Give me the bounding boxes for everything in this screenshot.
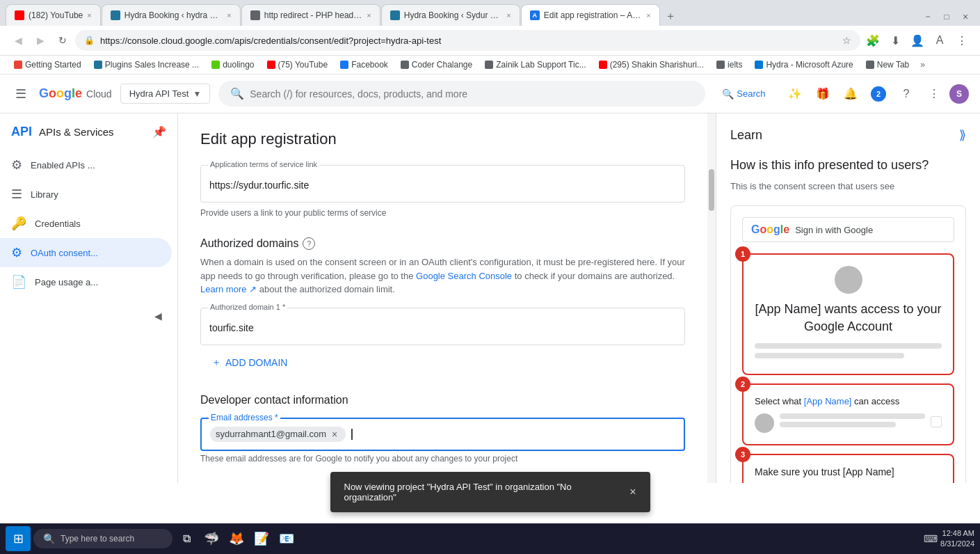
bm-favicon — [14, 61, 22, 69]
browser-tab-youtube[interactable]: (182) YouTube × — [6, 4, 101, 26]
project-selector[interactable]: Hydra API Test ▼ — [120, 84, 211, 104]
sidebar-header: API APIs & Services 📌 — [0, 119, 177, 150]
bm-favicon — [599, 61, 607, 69]
snackbar-close-button[interactable]: × — [629, 486, 636, 498]
notifications-icon[interactable]: 🔔 — [838, 81, 863, 106]
minimize-button[interactable]: － — [919, 8, 937, 26]
bookmark-star-icon[interactable]: ☆ — [842, 35, 851, 46]
profile-icon[interactable]: 👤 — [908, 31, 927, 50]
translate-icon[interactable]: A — [930, 31, 949, 50]
taskbar-task-view[interactable]: ⧉ — [175, 528, 198, 550]
hamburger-menu[interactable]: ☰ — [11, 84, 31, 104]
taskbar-browser-icon[interactable]: 🦈 — [200, 528, 223, 550]
forward-button[interactable]: ▶ — [31, 31, 50, 50]
placeholder-line — [780, 413, 925, 419]
add-domain-button[interactable]: ＋ ADD DOMAIN — [200, 351, 298, 374]
bookmark-getting-started[interactable]: Getting Started — [8, 58, 87, 72]
content-inner: Edit app registration Application terms … — [178, 113, 707, 483]
extensions-icon[interactable]: 🧩 — [863, 31, 883, 50]
start-button[interactable]: ⊞ — [6, 526, 31, 551]
bookmark-facebook[interactable]: Facebook — [335, 58, 394, 72]
bookmark-shakin[interactable]: (295) Shakin Sharishuri... — [593, 58, 709, 72]
bookmark-coder-chalange[interactable]: Coder Chalange — [395, 58, 478, 72]
sidebar-item-enabled-apis[interactable]: ⚙ Enabled APIs ... — [0, 150, 172, 180]
cloud-shell-icon[interactable]: 2 — [866, 81, 891, 106]
gift-icon[interactable]: 🎁 — [810, 81, 835, 106]
address-bar[interactable]: 🔒 https://console.cloud.google.com/apis/… — [75, 30, 860, 51]
sidebar-item-oauth-consent[interactable]: ⚙ OAuth consent... — [0, 238, 172, 267]
email-chip-text: sydurrahmant1@gmail.com — [216, 429, 326, 439]
global-search-bar[interactable]: 🔍 — [218, 81, 705, 106]
reload-button[interactable]: ↻ — [53, 31, 72, 50]
credentials-icon: 🔑 — [11, 216, 26, 231]
learn-description: This is the consent screen that users se… — [730, 181, 966, 191]
maximize-button[interactable]: □ — [938, 8, 956, 26]
more-bookmarks-button[interactable]: » — [916, 58, 929, 72]
learn-header: Learn ⟫ — [730, 127, 966, 143]
pin-icon[interactable]: 📌 — [152, 125, 166, 138]
close-window-button[interactable]: × — [956, 8, 974, 26]
taskbar-email-icon[interactable]: 📧 — [275, 528, 298, 550]
learn-more-link[interactable]: Learn more ↗ — [200, 284, 257, 294]
taskbar-vscode-icon[interactable]: 📝 — [250, 528, 273, 550]
bookmark-newtab[interactable]: New Tab — [860, 58, 915, 72]
project-name: Hydra API Test — [129, 88, 189, 99]
placeholder-line — [780, 422, 896, 427]
consent-step-1: 1 [App Name] wants access to your Google… — [742, 253, 954, 374]
email-field-wrapper[interactable]: Email addresses * sydurrahmant1@gmail.co… — [200, 418, 685, 451]
bookmark-zainik[interactable]: Zainik Lab Support Tic... — [479, 58, 591, 72]
profile-download-icon[interactable]: ⬇ — [885, 31, 905, 50]
sidebar-item-library[interactable]: ☰ Library — [0, 180, 172, 209]
bookmark-youtube75[interactable]: (75) YouTube — [262, 58, 334, 72]
browser-tab-hydra1[interactable]: Hydra Booking ‹ hydra — WordP × — [102, 4, 241, 26]
learn-collapse-button[interactable]: ⟫ — [959, 127, 966, 143]
browser-tab-hydra2[interactable]: Hydra Booking ‹ Sydur — WordP × — [381, 4, 520, 26]
bm-favicon — [94, 61, 102, 69]
developer-contact-heading: Developer contact information — [200, 394, 685, 406]
search-button[interactable]: 🔍 Search — [714, 84, 773, 104]
new-tab-button[interactable]: ＋ — [661, 6, 680, 26]
bookmark-plugins[interactable]: Plugins Sales Increase ... — [88, 58, 204, 72]
tab-close-icon[interactable]: × — [367, 11, 371, 19]
bookmark-duolingo[interactable]: duolingo — [206, 58, 259, 72]
header-icons: ✨ 🎁 🔔 2 ? ⋮ S — [782, 81, 969, 106]
user-avatar[interactable]: S — [949, 84, 969, 104]
browser-tab-redirect[interactable]: http redirect - PHP header(Lo... × — [241, 4, 380, 26]
bookmark-label: ielts — [728, 60, 742, 70]
bookmark-azure[interactable]: Hydra - Microsoft Azure — [749, 58, 858, 72]
email-chip-remove-icon[interactable]: × — [329, 429, 340, 440]
sidebar-item-credentials[interactable]: 🔑 Credentials — [0, 209, 172, 238]
help-icon[interactable]: ? — [894, 81, 919, 106]
collapse-sidebar-button[interactable]: ◀ — [150, 308, 166, 324]
back-button[interactable]: ◀ — [8, 31, 28, 50]
bookmark-label: duolingo — [223, 60, 254, 70]
sidebar-item-page-usage[interactable]: 📄 Page usage a... — [0, 267, 172, 296]
more-menu-icon[interactable]: ⋮ — [922, 81, 947, 106]
placeholder-line — [755, 343, 942, 349]
ai-suggestions-icon[interactable]: ✨ — [782, 81, 808, 106]
search-input[interactable] — [250, 88, 693, 100]
authorized-domain-input[interactable] — [209, 319, 676, 336]
bookmark-ielts[interactable]: ielts — [711, 58, 748, 72]
more-options-icon[interactable]: ⋮ — [952, 31, 972, 50]
browser-chrome: (182) YouTube × Hydra Booking ‹ hydra — … — [0, 0, 980, 74]
tab-close-icon[interactable]: × — [227, 11, 231, 19]
tab-close-icon[interactable]: × — [506, 11, 511, 19]
tab-title: Hydra Booking ‹ Sydur — WordP — [404, 10, 503, 20]
tab-close-icon[interactable]: × — [646, 11, 650, 19]
bookmarks-bar: Getting Started Plugins Sales Increase .… — [0, 56, 980, 74]
taskbar-search-icon: 🔍 — [43, 533, 55, 544]
tos-input[interactable] — [209, 177, 676, 193]
nav-bar: ◀ ▶ ↻ 🔒 https://console.cloud.google.com… — [0, 26, 980, 56]
taskbar-search[interactable]: 🔍 Type here to search — [33, 529, 172, 548]
bm-favicon — [211, 61, 220, 69]
browser-tab-gcloud[interactable]: A Edit app registration – APIs &... × — [521, 4, 660, 26]
content-scrollbar[interactable] — [707, 113, 716, 483]
scrollbar-thumb[interactable] — [709, 169, 714, 211]
bm-favicon — [267, 61, 275, 69]
authorized-domains-heading: Authorized domains ? — [200, 237, 685, 250]
taskbar-firefox-icon[interactable]: 🦊 — [225, 528, 248, 550]
tab-close-icon[interactable]: × — [87, 11, 91, 19]
google-search-console-link[interactable]: Google Search Console — [416, 271, 512, 281]
google-cloud-logo[interactable]: Google Cloud — [39, 86, 112, 101]
